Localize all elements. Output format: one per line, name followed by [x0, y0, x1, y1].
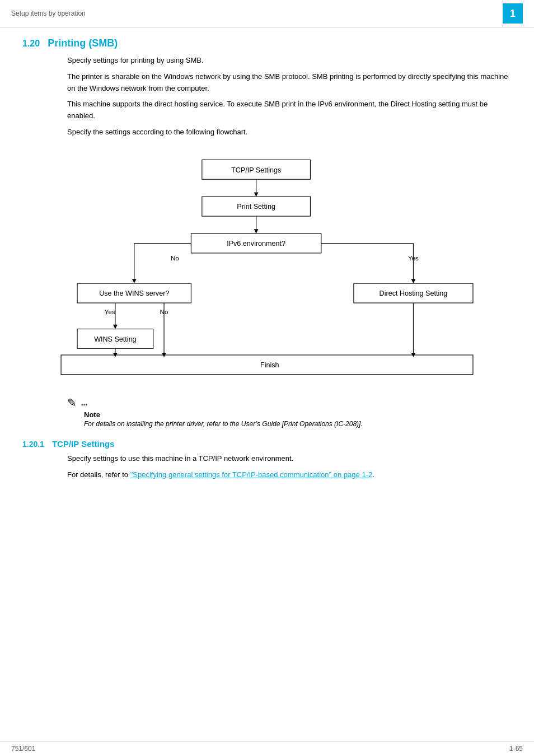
- subsection-heading: TCP/IP Settings: [52, 439, 114, 449]
- header-bar: Setup items by operation 1: [0, 0, 534, 27]
- svg-text:Use the WINS server?: Use the WINS server?: [99, 290, 169, 297]
- subsection-para1: Specify settings to use this machine in …: [67, 453, 512, 465]
- svg-marker-17: [411, 279, 416, 283]
- subsection-number: 1.20.1: [22, 440, 44, 449]
- note-icon: ✎: [67, 396, 77, 409]
- svg-text:WINS Setting: WINS Setting: [94, 335, 137, 343]
- section-para2: The printer is sharable on the Windows n…: [67, 71, 512, 95]
- svg-text:TCP/IP Settings: TCP/IP Settings: [231, 166, 281, 174]
- section-number: 1.20: [22, 39, 40, 49]
- svg-text:No: No: [171, 254, 179, 262]
- section-heading: Printing (SMB): [48, 38, 118, 49]
- note-area: ✎ ... Note For details on installing the…: [67, 396, 512, 429]
- svg-text:Direct Hosting Setting: Direct Hosting Setting: [380, 290, 448, 297]
- note-text: For details on installing the printer dr…: [84, 419, 512, 429]
- svg-text:Finish: Finish: [260, 361, 279, 369]
- subsection-link[interactable]: "Specifying general settings for TCP/IP-…: [130, 470, 372, 479]
- note-dots: ...: [81, 398, 88, 407]
- svg-marker-13: [132, 279, 137, 283]
- footer-bar: 751/601 1-65: [0, 741, 534, 756]
- page-number-badge: 1: [503, 3, 523, 24]
- svg-marker-3: [254, 192, 259, 197]
- footer-left: 751/601: [11, 745, 35, 753]
- flowchart-svg: TCP/IP Settings Print Setting IPv6 envir…: [45, 151, 489, 386]
- svg-text:IPv6 environment?: IPv6 environment?: [227, 240, 285, 248]
- section-para1: Specify settings for printing by using S…: [67, 55, 512, 67]
- breadcrumb: Setup items by operation: [11, 10, 86, 17]
- flowchart: TCP/IP Settings Print Setting IPv6 envir…: [45, 151, 489, 386]
- svg-marker-24: [113, 324, 118, 329]
- svg-text:Print Setting: Print Setting: [237, 203, 275, 211]
- main-content: 1.20 Printing (SMB) Specify settings for…: [0, 27, 534, 507]
- svg-text:Yes: Yes: [105, 308, 115, 315]
- section-para4: Specify the settings according to the fo…: [67, 127, 512, 138]
- page: Setup items by operation 1 1.20 Printing…: [0, 0, 534, 756]
- footer-right: 1-65: [509, 745, 523, 753]
- subsection-para2-prefix: For details, refer to: [67, 470, 130, 479]
- subsection-para2-suffix: .: [372, 470, 374, 479]
- section-para3: This machine supports the direct hosting…: [67, 99, 512, 122]
- note-icon-row: ✎ ...: [67, 396, 512, 409]
- svg-marker-7: [254, 229, 259, 234]
- note-label: Note: [84, 410, 512, 419]
- section-title: 1.20 Printing (SMB): [22, 38, 512, 49]
- subsection-para2: For details, refer to "Specifying genera…: [67, 469, 512, 481]
- subsection-title: 1.20.1 TCP/IP Settings: [22, 439, 512, 449]
